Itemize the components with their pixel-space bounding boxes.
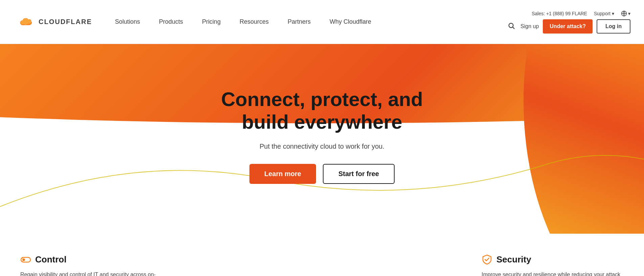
logo-area[interactable]: CLOUDFLARE <box>14 15 92 29</box>
feature-control-text-highlight: Regain visibility <box>20 272 58 276</box>
chevron-down-icon: ▾ <box>612 11 614 16</box>
signup-button[interactable]: Sign up <box>520 23 539 29</box>
hero-subtitle: Put the connectivity cloud to work for y… <box>260 143 384 150</box>
sales-text: Sales: +1 (888) 99 FLARE <box>532 11 587 16</box>
login-button[interactable]: Log in <box>597 19 630 34</box>
nav-item-products[interactable]: Products <box>150 0 193 44</box>
header-actions: Sign up Under attack? Log in <box>506 19 630 34</box>
start-free-button[interactable]: Start for free <box>323 164 395 184</box>
feature-control-text: Regain visibility and control of IT and … <box>20 270 162 276</box>
nav-item-partners[interactable]: Partners <box>278 0 320 44</box>
logo-text: CLOUDFLARE <box>39 18 92 26</box>
feature-security-text: Improve security and resilience while re… <box>482 270 624 276</box>
feature-control-title: Control <box>35 254 66 265</box>
svg-point-2 <box>509 23 513 28</box>
nav-item-solutions[interactable]: Solutions <box>106 0 150 44</box>
feature-control: Control Regain visibility and control of… <box>20 254 162 276</box>
svg-point-5 <box>22 258 25 261</box>
features-section: Control Regain visibility and control of… <box>0 240 644 276</box>
nav-item-why-cloudflare[interactable]: Why Cloudflare <box>320 0 381 44</box>
feature-security-header: Security <box>482 254 624 265</box>
hero-buttons: Learn more Start for free <box>249 164 395 184</box>
control-icon <box>20 254 31 265</box>
main-nav: Solutions Products Pricing Resources Par… <box>106 0 381 44</box>
support-area: Sales: +1 (888) 99 FLARE Support ▾ ▾ <box>532 10 630 17</box>
under-attack-button[interactable]: Under attack? <box>543 19 593 34</box>
feature-security: Security Improve security and resilience… <box>482 254 624 276</box>
learn-more-button[interactable]: Learn more <box>249 164 316 184</box>
nav-item-resources[interactable]: Resources <box>230 0 278 44</box>
feature-security-title: Security <box>496 254 531 265</box>
globe-icon-btn[interactable]: ▾ <box>621 10 630 17</box>
feature-control-header: Control <box>20 254 162 265</box>
search-icon <box>508 22 515 29</box>
security-icon <box>482 254 492 265</box>
hero-section: Connect, protect, and build everywhere P… <box>0 44 644 234</box>
globe-chevron: ▾ <box>628 11 630 16</box>
support-link[interactable]: Support ▾ <box>594 11 614 16</box>
header: CLOUDFLARE Solutions Products Pricing Re… <box>0 0 644 44</box>
nav-item-pricing[interactable]: Pricing <box>193 0 230 44</box>
svg-line-3 <box>513 27 514 29</box>
header-left: CLOUDFLARE Solutions Products Pricing Re… <box>14 0 381 44</box>
hero-content: Connect, protect, and build everywhere P… <box>0 44 644 184</box>
search-button[interactable] <box>506 21 516 32</box>
header-right: Sales: +1 (888) 99 FLARE Support ▾ ▾ <box>506 10 630 34</box>
cloudflare-logo-icon <box>14 15 35 29</box>
hero-title: Connect, protect, and build everywhere <box>221 88 423 133</box>
